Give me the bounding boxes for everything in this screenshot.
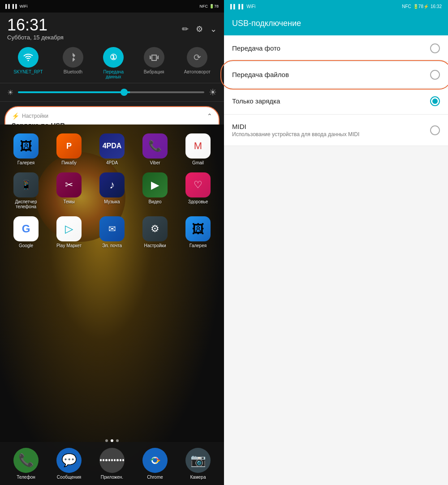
app-gmail[interactable]: M Gmail [180,133,216,165]
dock-phone[interactable]: 📞 Телефон [8,448,44,480]
usb-option-photo-text: Передача фото [232,44,430,53]
gallery3-icon: 🖼 [185,216,211,241]
gallery-icon: 🖼 [13,133,39,159]
vibrate-label: Вибрация [144,69,164,74]
toggle-data[interactable]: ① Передача данных [103,47,124,79]
chevron-icon[interactable]: ⌄ [210,24,217,34]
toggle-bluetooth[interactable]: Bluetooth [63,47,83,79]
battery-right: 🔋78⚡ [413,4,429,9]
usb-midi-radio[interactable] [430,125,440,135]
video-icon: ▶ [142,172,168,197]
usb-files-radio[interactable] [430,70,440,80]
phone-icon: 📞 [13,448,39,473]
pikabu-icon: P [56,133,82,159]
phone-label: Телефон [17,475,35,480]
app-music[interactable]: ♪ Музыка [94,172,130,209]
app-viber[interactable]: 📞 Viber [137,133,173,165]
usb-option-midi-text: MIDI Использование устройства для ввода … [232,123,430,137]
usb-option-files-text: Передача файлов [232,71,430,79]
app-health[interactable]: ♡ Здоровье [180,172,216,209]
time-right: 16:32 [431,4,442,9]
app-disp[interactable]: 📱 Диспетчер телефона [8,172,44,209]
date-display: Суббота, 15 декабря [7,34,64,41]
gmail-label: Gmail [192,160,204,165]
camera-label: Камера [190,475,206,480]
gear-icon[interactable]: ⚙ [196,24,203,34]
right-panel: ▌▌ ▌▌ WiFi NFC 🔋78⚡ 16:32 USB-подключени… [224,0,448,485]
app-email[interactable]: ✉ Эл. почта [94,216,130,248]
pencil-icon[interactable]: ✏ [182,24,189,34]
toggle-rotate[interactable]: ⟳ Автоповорот [184,47,211,79]
app-pikabu[interactable]: P Пикабу [51,133,87,165]
app-themes[interactable]: ✂ Темы [51,172,87,209]
usb-option-charge-text: Только зарядка [232,97,430,106]
usb-option-files[interactable]: Передача файлов [224,62,448,88]
usb-charge-radio[interactable] [430,96,440,106]
toggle-wifi[interactable]: SKYNET_RPT [13,47,43,79]
notification-panel: 16:31 Суббота, 15 декабря ✏ ⚙ ⌄ [0,13,224,142]
time-actions: ✏ ⚙ ⌄ [182,24,217,34]
brightness-thumb [121,89,128,96]
gmail-icon: M [185,133,211,159]
app-google[interactable]: G Google [8,216,44,248]
clock-display: 16:31 [7,17,64,33]
status-bar-left: ▌▌ ▌▌ WiFi NFC 🔋78 [0,0,224,13]
wifi-right-icon: WiFi [246,4,255,9]
app-video[interactable]: ▶ Видео [137,172,173,209]
usb-midi-title: MIDI [232,123,430,130]
dock-apps[interactable]: Приложен. [94,448,130,480]
dock-camera[interactable]: 📷 Камера [180,448,216,480]
usb-option-charge[interactable]: Только зарядка [224,88,448,115]
toggle-vibrate[interactable]: Вибрация [144,47,164,79]
dock: 📞 Телефон 💬 Сообщения Приложен. [0,442,224,485]
disp-label: Диспетчер телефона [15,199,37,209]
settings-icon: ⚙ [142,216,168,241]
4pda-icon: 4PDA [99,133,125,159]
camera-icon: 📷 [185,448,211,473]
vibrate-toggle-icon [144,47,164,68]
signal-right-1: ▌▌ [230,4,237,9]
usb-header: USB-подключение [224,13,448,35]
email-icon: ✉ [99,216,125,241]
viber-icon: 📞 [142,133,168,159]
dock-chrome[interactable]: Chrome [137,448,173,480]
usb-option-photo[interactable]: Передача фото [224,35,448,62]
wifi-icon-left: WiFi [20,4,28,9]
video-label: Видео [148,199,161,204]
app-settings[interactable]: ⚙ Настройки [137,216,173,248]
settings-label: Настройки [144,243,166,248]
themes-icon: ✂ [56,172,82,197]
data-label: Передача данных [103,69,124,79]
app-gallery[interactable]: 🖼 Галерея [8,133,44,165]
status-right-signals: ▌▌ ▌▌ WiFi [230,4,255,9]
bluetooth-toggle-icon [63,47,83,68]
app-4pda[interactable]: 4PDA 4PDA [94,133,130,165]
messages-icon: 💬 [56,448,82,473]
notif-expand-icon[interactable]: ⌃ [207,112,212,120]
status-bar-right: ▌▌ ▌▌ WiFi NFC 🔋78⚡ 16:32 [224,0,448,13]
health-icon: ♡ [185,172,211,197]
rotate-label: Автоповорот [184,69,211,74]
usb-photo-radio[interactable] [430,43,440,53]
usb-title: USB-подключение [232,19,301,28]
brightness-slider[interactable] [18,91,204,93]
play-label: Play Маркет [56,243,82,248]
battery-left: 🔋78 [209,4,219,9]
usb-midi-subtitle: Использование устройства для ввода данны… [232,131,430,137]
brightness-high-icon: ☀ [209,87,217,98]
notification-header: ⚡ Настройки ⌃ [12,112,212,120]
wifi-label: SKYNET_RPT [13,69,43,74]
music-icon: ♪ [99,172,125,197]
signal-right-2: ▌▌ [238,4,245,9]
google-icon: G [13,216,39,241]
app-play[interactable]: ▷ Play Маркет [51,216,87,248]
dock-messages[interactable]: 💬 Сообщения [51,448,87,480]
play-icon: ▷ [56,216,82,241]
time-section: 16:31 Суббота, 15 декабря ✏ ⚙ ⌄ [0,13,224,43]
usb-option-midi[interactable]: MIDI Использование устройства для ввода … [224,115,448,146]
app-gallery3[interactable]: 🖼 Галерея [180,216,216,248]
wifi-toggle-icon [18,47,39,68]
email-label: Эл. почта [102,243,122,248]
usb-options-container: Передача фото Передача файлов Только зар… [224,35,448,485]
themes-label: Темы [63,199,74,204]
